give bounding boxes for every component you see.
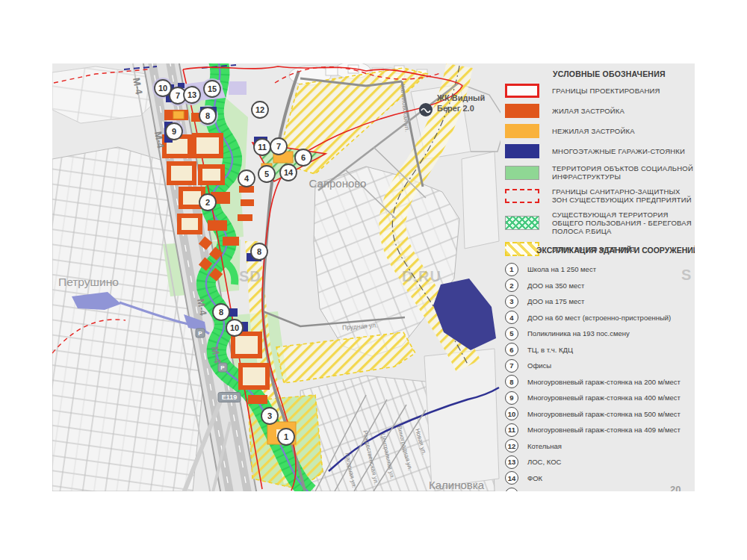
explication-label: Поликлиника на 193 пос.смену [527,329,630,337]
svg-text:7: 7 [176,91,180,100]
zk-vidny-bereg-logo [419,103,433,116]
badge-route-e119: Е119 [218,393,241,402]
map-marker-8: 8 [199,108,216,124]
explication-item: 10Многоуровневый гараж-стоянка на 500 м/… [505,406,695,423]
explication-number: 9 [505,391,518,405]
explication-item: 14ФОК [505,470,695,487]
map-marker-5: 5 [258,166,275,182]
explication-number: 12 [505,439,518,452]
explication-item: 13ЛОС, КОС [505,454,695,470]
map-label-zk-line1: ЖК Видный [436,93,485,102]
map-marker-7: 7 [270,138,287,155]
map-marker-12: 12 [252,102,268,118]
explication-title: ЭКСПЛИКАЦИЯ ЗДАНИЙ И СООРУЖЕНИЙ [536,246,695,255]
explication-label: ДОО на 175 мест [527,297,584,305]
map-marker-10: 10 [226,320,243,336]
svg-text:10: 10 [158,84,167,93]
explication-label: ФОК [527,474,542,482]
explication-item: 6ТЦ, в т.ч. КДЦ [505,342,695,358]
svg-text:Р: Р [220,364,225,371]
legend-title: УСЛОВНЫЕ ОБОЗНАЧЕНИЯ [553,69,693,78]
map-marker-6: 6 [295,149,311,166]
explication-number: 7 [505,359,518,373]
explication-number: 15 [505,488,518,491]
map-marker-4: 4 [238,170,255,187]
watermark: D.RU [402,268,441,284]
map-marker-11: 11 [254,139,270,155]
legend-panel: УСЛОВНЫЕ ОБОЗНАЧЕНИЯ ГРАНИЦЫ ПРОЕКТИРОВА… [505,69,693,262]
explication-label: Многоуровневый гараж-стоянка на 409 м/ме… [527,426,681,434]
explication-label: Многоуровневый гараж-стоянка на 500 м/ме… [527,410,681,418]
legend-swatch-fill [505,144,539,158]
legend-label: СУЩЕСТВУЮЩАЯ ТЕРРИТОРИЯ ОБЩЕГО ПОЛЬЗОВАН… [552,211,693,236]
legend-swatch-outline [505,84,539,98]
legend-swatch-fill-bordered [505,166,539,180]
svg-text:10: 10 [230,323,239,332]
svg-text:Е119: Е119 [222,393,238,401]
legend-label: ГРАНИЦЫ ПРОЕКТИРОВАНИЯ [552,87,660,95]
svg-text:9: 9 [172,127,176,136]
map-label-kalinovka: Калиновка [429,479,485,491]
badge-route-shield-2: Р [218,363,227,372]
legend-item: ГРАНИЦЫ ПРОЕКТИРОВАНИЯ [505,84,693,98]
svg-text:7: 7 [276,142,281,151]
legend-swatch-crosshatch [505,216,539,230]
legend-item: ТЕРРИТОРИЯ ОБЪКТОВ СОЦИАЛЬНОЙ ИНФРАСТРУК… [505,164,693,181]
legend-label: НЕЖИЛАЯ ЗАСТРОЙКА [552,127,635,135]
legend-item: СУЩЕСТВУЮЩАЯ ТЕРРИТОРИЯ ОБЩЕГО ПОЛЬЗОВАН… [505,211,693,236]
explication-number: 13 [505,455,518,469]
svg-text:3: 3 [267,411,272,420]
svg-text:13: 13 [187,90,196,99]
plan-canvas: Е119РР ПетрушиноСапроновоКалиновкаЖК Вид… [52,63,695,491]
explication-label: Котельная [527,442,562,450]
explication-number: 10 [505,407,518,420]
explication-number: 2 [505,279,518,292]
explication-number: 4 [505,311,518,324]
explication-label: ТЦ, в т.ч. КДЦ [527,346,573,354]
legend-item: ГРАНИЦЫ САНИТАРНО-ЗАЩИТНЫХ ЗОН СУЩЕСТВУЮ… [505,187,693,205]
explication-label: ДОО на 350 мест [527,281,584,290]
explication-label: Многоуровневый гараж-стоянка на 200 м/ме… [527,378,681,386]
explication-label: ОРП [527,490,543,491]
map-marker-1: 1 [278,429,294,445]
explication-number: 6 [505,343,518,356]
explication-item: 15ОРП [505,486,695,491]
svg-text:Р: Р [198,330,202,337]
legend-item: МНОГОЭТАЖНЫЕ ГАРАЖИ-СТОЯНКИ [505,144,693,158]
explication-item: 3ДОО на 175 мест [505,293,695,310]
explication-rows: 1Школа на 1 250 мест2ДОО на 350 мест3ДОО… [505,261,695,491]
watermark-right: S [681,267,692,284]
legend-label: ТЕРРИТОРИЯ ОБЪКТОВ СОЦИАЛЬНОЙ ИНФРАСТРУК… [552,164,693,181]
explication-item: 2ДОО на 350 мест [505,278,695,294]
explication-number: 5 [505,327,518,340]
map-label-sapronovo: Сапроново [309,177,367,190]
explication-number: 8 [505,375,518,388]
legend-swatch-fill [505,104,539,118]
explication-item: 7Офисы [505,358,695,374]
explication-item: 5Поликлиника на 193 пос.смену [505,326,695,342]
map-marker-8: 8 [213,304,229,320]
map-marker-9: 9 [166,123,182,140]
svg-text:14: 14 [284,168,294,177]
watermark: SD [239,268,261,284]
explication-item: 8Многоуровневый гараж-стоянка на 200 м/м… [505,374,695,391]
legend-label: ЖИЛАЯ ЗАСТРОЙКА [552,107,624,115]
svg-text:1: 1 [284,432,288,441]
svg-text:2: 2 [205,198,210,207]
explication-number: 14 [505,471,518,485]
explication-number: 3 [505,295,518,308]
legend-rows: ГРАНИЦЫ ПРОЕКТИРОВАНИЯЖИЛАЯ ЗАСТРОЙКАНЕЖ… [505,84,693,256]
explication-item: 1Школа на 1 250 мест [505,261,695,278]
svg-text:5: 5 [264,169,269,178]
legend-swatch-dashed [505,189,539,203]
map-marker-8: 8 [251,243,267,260]
map-marker-14: 14 [280,164,297,181]
svg-text:12: 12 [255,105,264,114]
map-marker-10: 10 [155,80,171,96]
svg-text:6: 6 [301,153,306,162]
svg-text:8: 8 [205,111,210,120]
explication-label: ЛОС, КОС [527,458,561,466]
explication-label: Школа на 1 250 мест [527,265,596,273]
svg-text:8: 8 [257,247,261,256]
map: Е119РР ПетрушиноСапроновоКалиновкаЖК Вид… [52,63,500,491]
